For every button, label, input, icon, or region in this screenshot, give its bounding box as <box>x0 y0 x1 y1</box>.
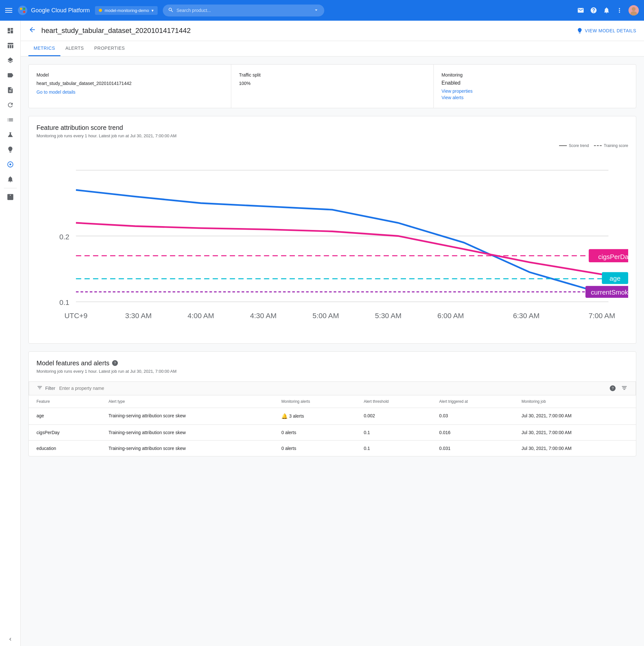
chart-title: Feature attribution score trend <box>36 124 628 131</box>
monitoring-label: Monitoring <box>441 72 628 78</box>
svg-point-0 <box>18 6 27 15</box>
sidebar-item-tune[interactable] <box>0 98 20 112</box>
svg-text:currentSmoker: currentSmoker <box>591 289 628 296</box>
tab-alerts[interactable]: ALERTS <box>61 41 89 56</box>
project-selector[interactable]: model-monitoring-demo ▾ <box>95 6 157 15</box>
table-help-icon[interactable]: ? <box>112 360 118 366</box>
filter-help-icon[interactable]: ? <box>610 385 616 391</box>
svg-text:5:00 AM: 5:00 AM <box>313 312 339 320</box>
svg-text:age: age <box>610 275 620 282</box>
svg-rect-1 <box>20 8 22 10</box>
sidebar-collapse-btn[interactable] <box>0 632 20 646</box>
table-title: Model features and alerts ? <box>36 359 628 367</box>
cell-alert-type: Training-serving attribution score skew <box>101 440 274 456</box>
col-monitoring-alerts: Monitoring alerts <box>274 395 356 408</box>
view-alerts-link[interactable]: View alerts <box>441 95 628 100</box>
table-row: cigsPerDay Training-serving attribution … <box>29 424 636 440</box>
table-body: age Training-serving attribution score s… <box>29 408 636 456</box>
cell-feature: age <box>29 408 101 424</box>
cell-alert-triggered: 0.031 <box>431 440 514 456</box>
svg-rect-4 <box>23 11 25 13</box>
monitoring-status: Enabled <box>441 80 628 86</box>
cell-alert-type: Training-serving attribution score skew <box>101 424 274 440</box>
cell-alert-threshold: 0.002 <box>356 408 431 424</box>
chart-container: 0.2 0.1 cigs <box>36 150 628 336</box>
model-info-section: Model heart_study_tabular_dataset_202010… <box>29 65 231 108</box>
nav-actions <box>577 5 639 15</box>
svg-point-5 <box>632 7 636 11</box>
svg-text:0.2: 0.2 <box>60 233 70 241</box>
sidebar-item-dashboard[interactable] <box>0 23 20 38</box>
traffic-value: 100% <box>239 80 426 87</box>
table-head: Feature Alert type Monitoring alerts Ale… <box>29 395 636 408</box>
tab-properties[interactable]: PROPERTIES <box>89 41 130 56</box>
chart-svg: 0.2 0.1 cigs <box>36 150 628 335</box>
search-icon <box>168 7 174 14</box>
cell-monitoring-alerts: 0 alerts <box>274 424 356 440</box>
search-bar[interactable] <box>163 5 324 16</box>
col-alert-threshold: Alert threshold <box>356 395 431 408</box>
project-chevron: ▾ <box>151 8 154 13</box>
column-settings-icon[interactable] <box>621 385 628 393</box>
info-card: Model heart_study_tabular_dataset_202010… <box>28 64 636 108</box>
view-model-button[interactable]: VIEW MODEL DETAILS <box>576 27 636 34</box>
filter-input[interactable] <box>59 386 610 391</box>
project-dot <box>99 9 102 12</box>
chart-card: Feature attribution score trend Monitori… <box>28 116 636 344</box>
col-alert-triggered: Alert triggered at <box>431 395 514 408</box>
help-icon[interactable] <box>590 6 598 14</box>
svg-text:6:30 AM: 6:30 AM <box>513 312 539 320</box>
cell-monitoring-job: Jul 30, 2021, 7:00:00 AM <box>514 440 636 456</box>
svg-text:5:30 AM: 5:30 AM <box>375 312 402 320</box>
page-title: heart_study_tabular_dataset_202010141714… <box>41 26 571 35</box>
svg-text:4:00 AM: 4:00 AM <box>188 312 214 320</box>
col-feature: Feature <box>29 395 101 408</box>
sidebar-item-monitoring[interactable] <box>0 157 20 172</box>
tab-metrics[interactable]: METRICS <box>28 41 61 56</box>
go-to-model-link[interactable]: Go to model details <box>36 90 223 95</box>
back-button[interactable] <box>28 26 36 35</box>
sidebar-item-table[interactable] <box>0 38 20 53</box>
view-properties-link[interactable]: View properties <box>441 89 628 94</box>
col-monitoring-job: Monitoring job <box>514 395 636 408</box>
svg-text:0.1: 0.1 <box>60 299 70 307</box>
svg-rect-2 <box>23 8 25 10</box>
sidebar-item-document[interactable] <box>0 83 20 98</box>
project-name: model-monitoring-demo <box>105 8 149 13</box>
legend-score-trend: Score trend <box>559 143 589 148</box>
search-input[interactable] <box>176 8 311 13</box>
sidebar-item-layers[interactable] <box>0 53 20 68</box>
notifications-icon[interactable] <box>603 6 611 14</box>
sidebar-item-label[interactable] <box>0 68 20 83</box>
more-options-icon[interactable] <box>616 6 623 14</box>
cell-monitoring-job: Jul 30, 2021, 7:00:00 AM <box>514 408 636 424</box>
filter-label: Filter <box>45 386 55 391</box>
sidebar-item-list[interactable] <box>0 112 20 127</box>
filter-icon <box>37 385 42 392</box>
sidebar-item-alerts[interactable] <box>0 172 20 187</box>
user-avatar[interactable] <box>629 5 639 15</box>
top-navigation: Google Cloud Platform model-monitoring-d… <box>0 0 644 21</box>
email-icon[interactable] <box>577 6 584 14</box>
svg-text:UTC+9: UTC+9 <box>64 312 88 320</box>
table-row: education Training-serving attribution s… <box>29 440 636 456</box>
legend-score-trend-label: Score trend <box>569 143 589 148</box>
monitoring-info-section: Monitoring Enabled View properties View … <box>434 65 636 108</box>
svg-text:3:30 AM: 3:30 AM <box>125 312 151 320</box>
hamburger-menu[interactable] <box>5 8 12 13</box>
chart-legend: Score trend Training score <box>36 143 628 148</box>
sidebar-item-science[interactable] <box>0 127 20 142</box>
cell-feature: cigsPerDay <box>29 424 101 440</box>
content-area: Model heart_study_tabular_dataset_202010… <box>21 57 644 472</box>
table-subtitle: Monitoring job runs every 1 hour. Latest… <box>36 369 628 374</box>
legend-training-score-label: Training score <box>604 143 628 148</box>
chart-subtitle: Monitoring job runs every 1 hour. Latest… <box>36 133 628 138</box>
tab-bar: METRICS ALERTS PROPERTIES <box>21 41 644 57</box>
sidebar-item-lightbulb[interactable] <box>0 142 20 157</box>
cell-monitoring-alerts: 🔔 3 alerts <box>274 408 356 424</box>
features-table: Feature Alert type Monitoring alerts Ale… <box>29 395 636 456</box>
features-table-card: Model features and alerts ? Monitoring j… <box>28 351 636 456</box>
sidebar-item-grid[interactable] <box>0 190 20 204</box>
svg-text:6:00 AM: 6:00 AM <box>437 312 464 320</box>
alert-count: 0 alerts <box>281 430 296 435</box>
